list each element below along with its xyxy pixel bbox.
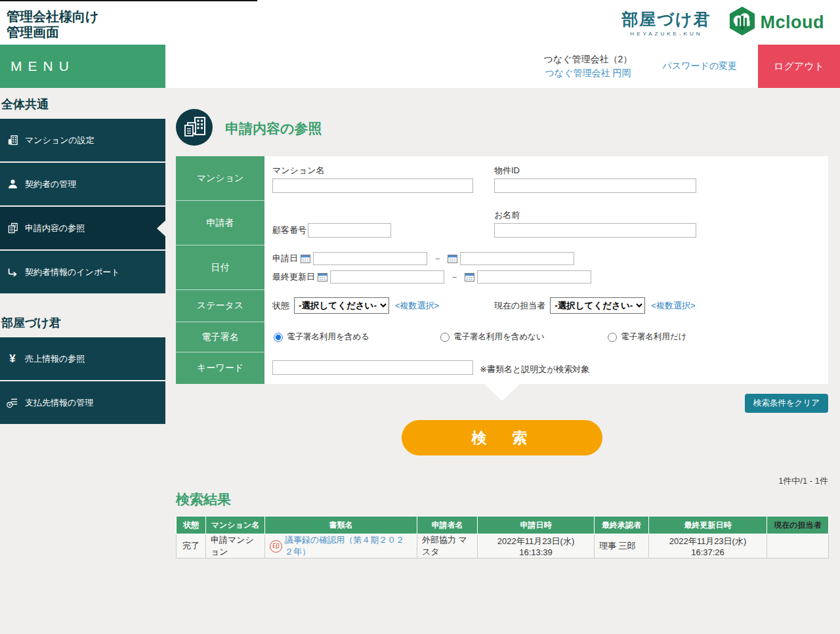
app-title-line1: 管理会社様向け: [7, 9, 98, 24]
form-row-applicant: 申請者 顧客番号 お名前: [176, 201, 828, 245]
page-title: 申請内容の参照: [225, 119, 322, 138]
current-staff-label: 現在の担当者: [494, 300, 545, 312]
table-row: 完了 申請マンション 印 議事録の確認用（第４期２０２２年） 外部協力 マスタ …: [177, 534, 829, 559]
status-label: 状態: [272, 300, 289, 312]
col-header-applied-at: 申請日時: [478, 517, 595, 534]
col-header-current-staff: 現在の担当者: [767, 517, 829, 534]
property-id-label: 物件ID: [494, 165, 696, 177]
heyazuke-logo-title: 部屋づけ君: [621, 9, 711, 30]
page-header: 管理会社様向け 管理画面 部屋づけ君 HEYAZUKE-KUN Mcloud: [0, 0, 840, 45]
cell-final-approver: 理事 三郎: [595, 534, 649, 559]
mcloud-hexagon-icon: [728, 6, 756, 39]
esign-exclude-radio[interactable]: 電子署名利用を含めない: [440, 331, 545, 343]
cell-status: 完了: [177, 534, 206, 559]
down-arrow-shape: [484, 384, 520, 401]
browser-edge-artifact: [0, 0, 257, 1]
calendar-icon[interactable]: [318, 272, 327, 282]
last-update-from-input[interactable]: [330, 270, 444, 284]
documents-icon: [6, 222, 19, 234]
menu-header: MENU: [0, 45, 165, 88]
results-table: 状態 マンション名 書類名 申請者名 申請日時 最終承認者 最終更新日時 現在の…: [176, 516, 829, 559]
mansion-name-label: マンション名: [272, 165, 473, 177]
keyword-note: ※書類名と説明文が検索対象: [480, 364, 590, 375]
heyazuke-logo: 部屋づけ君 HEYAZUKE-KUN: [621, 9, 711, 37]
app-title: 管理会社様向け 管理画面: [0, 5, 98, 40]
staff-multi-select-link[interactable]: <複数選択>: [651, 300, 695, 312]
col-header-updated-at: 最終更新日時: [649, 517, 767, 534]
sidebar-item-payee-management[interactable]: ¥ 支払先情報の管理: [0, 381, 165, 425]
last-update-to-input[interactable]: [477, 270, 591, 284]
results-heading: 検索結果: [176, 490, 828, 509]
yen-icon: ¥: [6, 352, 19, 366]
sidebar-item-application-reference[interactable]: 申請内容の参照: [0, 207, 165, 251]
apply-date-to-input[interactable]: [460, 252, 574, 265]
cell-mansion-name: 申請マンション: [206, 534, 265, 559]
form-row-mansion: マンション マンション名 物件ID: [176, 156, 828, 201]
apply-date-from-input[interactable]: [313, 252, 427, 265]
form-footer: 検索条件をクリア: [176, 384, 828, 420]
change-password-link[interactable]: パスワードの変更: [662, 60, 737, 72]
app-title-line2: 管理画面: [7, 24, 98, 40]
sidebar-item-contractor-management[interactable]: 契約者の管理: [0, 163, 165, 207]
search-results-section: 1件中/1 - 1件 検索結果 状態 マンション名 書類名 申請者名 申請日時 …: [176, 475, 828, 559]
sidebar: 全体共通 マンションの設定 契約者の管理: [0, 88, 165, 425]
sidebar-item-contractor-import[interactable]: 契約者情報のインポート: [0, 251, 165, 295]
sidebar-section-heading-common: 全体共通: [0, 88, 165, 119]
last-update-label: 最終更新日: [272, 271, 315, 283]
calendar-icon[interactable]: [465, 272, 474, 282]
cell-updated-at: 2022年11月23日(水) 16:37:26: [649, 534, 767, 559]
clear-search-button[interactable]: 検索条件をクリア: [745, 394, 828, 413]
account-user-link[interactable]: つなぐ管理会社 円岡: [544, 66, 633, 80]
cell-applied-at: 2022年11月23日(水) 16:13:39: [478, 534, 595, 559]
status-select[interactable]: -選択してください-: [294, 297, 389, 314]
keyword-input[interactable]: [272, 360, 473, 375]
form-row-label-keyword: キーワード: [176, 352, 264, 384]
name-input[interactable]: [494, 223, 696, 238]
calendar-icon[interactable]: [301, 254, 310, 263]
customer-number-input[interactable]: [308, 223, 391, 238]
mansion-name-input[interactable]: [272, 179, 473, 193]
esign-include-radio[interactable]: 電子署名利用を含める: [274, 331, 369, 343]
customer-number-label: 顧客番号: [272, 224, 306, 236]
logout-button[interactable]: ログアウト: [758, 45, 840, 88]
page-title-row: 申請内容の参照: [176, 110, 840, 147]
current-staff-select[interactable]: -選択してください-: [550, 297, 645, 314]
sidebar-item-sales-reference[interactable]: ¥ 売上情報の参照: [0, 337, 165, 381]
sidebar-item-label: 申請内容の参照: [25, 222, 85, 234]
sidebar-item-mansion-settings[interactable]: マンションの設定: [0, 119, 165, 163]
date-range-separator: －: [447, 271, 462, 283]
calendar-icon[interactable]: [448, 254, 457, 263]
import-arrow-icon: [6, 266, 19, 278]
brand-area: 部屋づけ君 HEYAZUKE-KUN Mcloud: [621, 6, 840, 39]
form-row-label-esign: 電子署名: [176, 322, 264, 352]
form-row-date: 日付 申請日 －: [176, 245, 828, 290]
search-form: マンション マンション名 物件ID 申請者 顧客番号: [176, 156, 828, 384]
search-button[interactable]: 検 索: [402, 420, 602, 455]
mcloud-logo: Mcloud: [728, 6, 825, 39]
col-header-applicant: 申請者名: [417, 517, 478, 534]
form-row-label-date: 日付: [176, 245, 264, 290]
name-label: お名前: [494, 209, 696, 221]
main-content: 申請内容の参照 マンション マンション名 物件ID 申請者 顧客番号: [165, 88, 840, 559]
sidebar-section-heading-heyazuke: 部屋づけ君: [0, 295, 165, 337]
heyazuke-logo-subtitle: HEYAZUKE-KUN: [621, 31, 711, 37]
sidebar-item-label: 支払先情報の管理: [25, 397, 93, 409]
form-row-label-applicant: 申請者: [176, 201, 264, 245]
account-company: つなぐ管理会社（2）: [544, 53, 633, 66]
form-row-status: ステータス 状態 -選択してください- <複数選択> 現在の担当者 -選択してく…: [176, 290, 828, 322]
cell-current-staff: [767, 534, 829, 559]
result-count: 1件中/1 - 1件: [176, 475, 828, 487]
col-header-mansion-name: マンション名: [206, 517, 265, 534]
form-row-keyword: キーワード ※書類名と説明文が検索対象: [176, 352, 828, 384]
date-range-separator: －: [430, 253, 445, 264]
mcloud-logo-text: Mcloud: [761, 12, 825, 33]
document-link[interactable]: 議事録の確認用（第４期２０２２年）: [285, 534, 412, 558]
col-header-final-approver: 最終承認者: [595, 517, 649, 534]
menu-bar: MENU つなぐ管理会社（2） つなぐ管理会社 円岡 パスワードの変更 ログアウ…: [0, 45, 840, 88]
apply-date-label: 申請日: [272, 253, 298, 264]
property-id-input[interactable]: [494, 179, 696, 193]
cell-document-name: 印 議事録の確認用（第４期２０２２年）: [265, 534, 417, 559]
status-multi-select-link[interactable]: <複数選択>: [395, 300, 439, 312]
esign-only-radio[interactable]: 電子署名利用だけ: [608, 331, 687, 343]
payee-list-icon: ¥: [6, 396, 19, 409]
